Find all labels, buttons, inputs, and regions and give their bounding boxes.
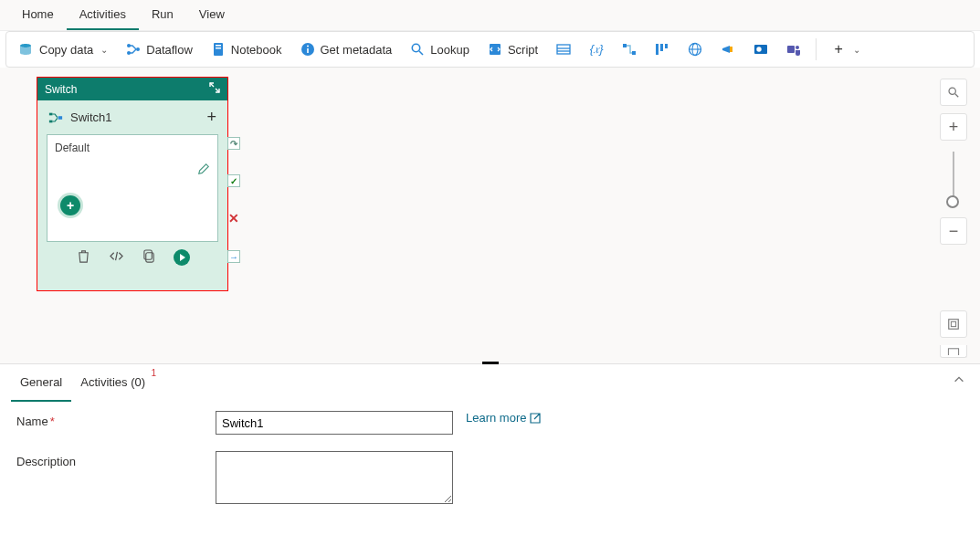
teams-icon [786,42,801,57]
description-label: Description [16,455,76,468]
zoom-in-button[interactable]: + [940,113,967,141]
learn-more-link[interactable]: Learn more [466,411,541,425]
node-title-bar[interactable]: Switch [37,78,227,100]
add-activity-to-case-button[interactable] [60,195,80,215]
ribbon-label: Notebook [231,43,282,57]
node-port-onskip[interactable]: ↷ [227,137,240,150]
form-row-description: Description [16,451,964,504]
svg-rect-16 [632,51,636,55]
info-icon [300,42,315,57]
case-label: Default [55,142,90,154]
globe-icon [688,42,702,57]
canvas-search-button[interactable] [940,79,967,106]
node-code-icon[interactable] [108,249,124,266]
activity-node-switch[interactable]: Switch Switch1 + Default [37,77,228,291]
ribbon-icon-web[interactable] [680,38,710,60]
ribbon-notebook[interactable]: Notebook [204,38,290,60]
canvas-tool-rail: + − [940,79,967,245]
node-add-case-icon[interactable]: + [206,108,216,127]
svg-point-8 [307,46,309,47]
svg-rect-32 [143,250,151,259]
properties-panel: General Activities (0) 1 Name* Learn mor… [0,363,980,530]
top-menubar: Home Activities Run View [0,0,980,31]
plus-icon: + [831,42,846,57]
menu-view[interactable]: View [186,0,237,30]
board-icon [655,42,669,57]
svg-rect-28 [49,112,53,115]
properties-tabs: General Activities (0) 1 [0,364,980,402]
outlook-icon [753,42,768,57]
menu-activities[interactable]: Activities [67,0,139,30]
variable-icon: {𝑥} [589,42,604,57]
svg-point-25 [756,47,761,51]
svg-rect-37 [948,348,958,354]
svg-rect-12 [557,45,570,54]
minimap-toggle-button[interactable] [940,345,967,358]
ribbon-separator [816,38,817,60]
ribbon-icon-table[interactable] [549,38,578,60]
search-icon [410,42,425,57]
svg-rect-23 [730,47,732,52]
node-body: Switch1 + Default [37,100,227,277]
svg-point-27 [796,46,799,49]
panel-collapse-icon[interactable] [953,373,965,389]
svg-line-10 [419,51,423,55]
ribbon-lookup[interactable]: Lookup [403,38,477,60]
ribbon-dataflow[interactable]: Dataflow [119,38,200,60]
tab-general[interactable]: General [11,364,71,402]
svg-rect-17 [656,44,659,55]
svg-rect-4 [216,45,221,47]
name-label: Name [16,415,48,428]
ribbon-icon-outlook[interactable] [746,38,775,60]
tab-activities[interactable]: Activities (0) 1 [71,364,154,402]
tab-activities-label: Activities (0) [80,375,145,389]
ribbon-icon-pipeline[interactable] [615,38,644,60]
ribbon-icon-variable[interactable]: {𝑥} [582,38,611,60]
svg-rect-7 [307,48,309,53]
chevron-down-icon: ⌄ [853,45,860,55]
pipeline-canvas[interactable]: Switch Switch1 + Default [0,68,980,363]
svg-rect-15 [623,44,627,47]
svg-line-34 [955,94,959,98]
ribbon-label: Script [508,43,538,57]
svg-point-2 [136,47,140,51]
zoom-slider-thumb[interactable] [946,195,959,208]
ribbon-label: Lookup [430,43,469,57]
dataflow-icon [126,42,141,57]
zoom-slider[interactable] [953,152,954,206]
svg-rect-26 [787,46,795,53]
node-expand-icon[interactable] [209,82,220,96]
required-mark: * [50,415,55,428]
table-icon [556,42,571,57]
menu-home[interactable]: Home [9,0,67,30]
activities-ribbon: Copy data ⌄ Dataflow Notebook Get metada… [5,31,975,68]
ribbon-get-metadata[interactable]: Get metadata [293,38,400,60]
learn-more-label: Learn more [466,411,526,425]
ribbon-add-more[interactable]: + ⌄ [824,38,868,60]
node-copy-icon[interactable] [141,249,157,266]
svg-rect-19 [665,44,668,48]
ribbon-label: Dataflow [146,43,193,57]
name-input[interactable] [216,411,453,435]
node-port-onsuccess[interactable]: ✓ [227,174,240,187]
form-row-name: Name* Learn more [16,411,964,435]
ribbon-icon-board[interactable] [648,38,677,60]
ribbon-label: Get metadata [321,43,393,57]
zoom-fit-button[interactable] [940,310,967,338]
node-run-icon[interactable] [174,249,190,266]
ribbon-icon-teams[interactable] [779,38,808,60]
edit-case-icon[interactable] [197,163,210,178]
zoom-out-button[interactable]: − [940,217,967,245]
description-input[interactable] [216,451,453,504]
node-case-default[interactable]: Default [47,134,218,242]
node-name-label: Switch1 [70,110,112,124]
ribbon-icon-announce[interactable] [713,38,743,60]
menu-run[interactable]: Run [139,0,186,30]
node-delete-icon[interactable] [75,249,91,266]
ribbon-copy-data[interactable]: Copy data ⌄ [12,38,115,60]
svg-rect-31 [145,253,153,262]
node-port-oncomplete[interactable]: → [227,250,240,263]
node-port-onfail[interactable]: ✕ [227,212,240,225]
node-type-label: Switch [45,83,77,96]
ribbon-script[interactable]: Script [480,38,545,60]
